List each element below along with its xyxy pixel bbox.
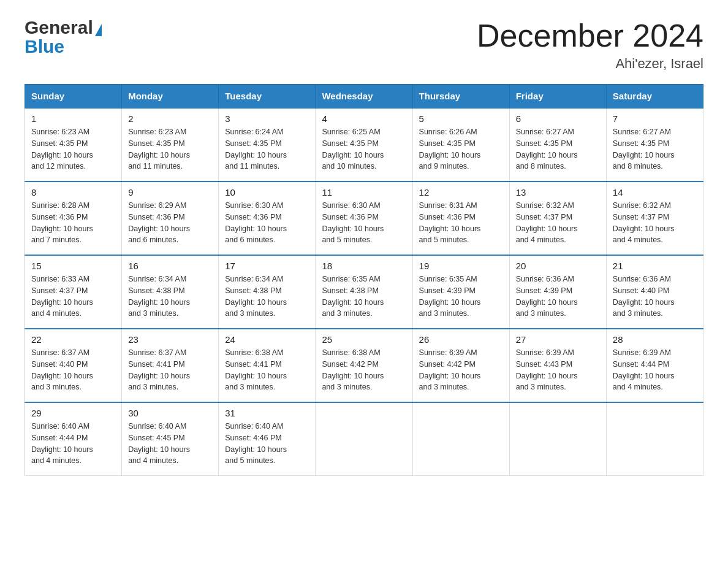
day-number: 20 <box>516 261 600 271</box>
day-number: 1 <box>31 113 115 124</box>
day-cell: 19Sunrise: 6:35 AMSunset: 4:39 PMDayligh… <box>412 255 509 329</box>
day-cell: 3Sunrise: 6:24 AMSunset: 4:35 PMDaylight… <box>219 108 316 182</box>
day-info: Sunrise: 6:32 AMSunset: 4:37 PMDaylight:… <box>516 200 600 246</box>
day-number: 10 <box>225 187 309 197</box>
day-number: 22 <box>31 334 115 345</box>
day-number: 25 <box>322 334 406 345</box>
day-info: Sunrise: 6:30 AMSunset: 4:36 PMDaylight:… <box>322 200 406 246</box>
day-cell: 21Sunrise: 6:36 AMSunset: 4:40 PMDayligh… <box>606 255 703 329</box>
weekday-header-row: SundayMondayTuesdayWednesdayThursdayFrid… <box>25 85 703 109</box>
day-info: Sunrise: 6:35 AMSunset: 4:38 PMDaylight:… <box>322 274 406 320</box>
day-cell: 10Sunrise: 6:30 AMSunset: 4:36 PMDayligh… <box>219 182 316 255</box>
day-number: 7 <box>613 113 697 124</box>
day-number: 5 <box>419 113 503 124</box>
day-info: Sunrise: 6:35 AMSunset: 4:39 PMDaylight:… <box>419 274 503 320</box>
day-cell <box>412 402 509 476</box>
day-number: 28 <box>613 334 697 345</box>
day-cell: 5Sunrise: 6:26 AMSunset: 4:35 PMDaylight… <box>412 108 509 182</box>
logo: General Blue <box>25 18 102 56</box>
day-cell: 1Sunrise: 6:23 AMSunset: 4:35 PMDaylight… <box>25 108 122 182</box>
day-cell: 27Sunrise: 6:39 AMSunset: 4:43 PMDayligh… <box>509 329 606 402</box>
day-cell: 22Sunrise: 6:37 AMSunset: 4:40 PMDayligh… <box>25 329 122 402</box>
day-number: 15 <box>31 261 115 271</box>
day-info: Sunrise: 6:39 AMSunset: 4:44 PMDaylight:… <box>613 347 697 393</box>
day-info: Sunrise: 6:24 AMSunset: 4:35 PMDaylight:… <box>225 126 309 172</box>
day-number: 31 <box>225 408 309 418</box>
day-cell: 9Sunrise: 6:29 AMSunset: 4:36 PMDaylight… <box>122 182 219 255</box>
day-info: Sunrise: 6:25 AMSunset: 4:35 PMDaylight:… <box>322 126 406 172</box>
day-info: Sunrise: 6:31 AMSunset: 4:36 PMDaylight:… <box>419 200 503 246</box>
day-cell: 4Sunrise: 6:25 AMSunset: 4:35 PMDaylight… <box>316 108 412 182</box>
weekday-header-friday: Friday <box>509 85 606 109</box>
day-cell: 25Sunrise: 6:38 AMSunset: 4:42 PMDayligh… <box>316 329 412 402</box>
day-cell: 18Sunrise: 6:35 AMSunset: 4:38 PMDayligh… <box>316 255 412 329</box>
day-number: 23 <box>128 334 212 345</box>
day-cell: 7Sunrise: 6:27 AMSunset: 4:35 PMDaylight… <box>606 108 703 182</box>
logo-triangle-icon <box>95 24 102 36</box>
day-number: 9 <box>128 187 212 197</box>
weekday-header-wednesday: Wednesday <box>316 85 412 109</box>
day-cell: 12Sunrise: 6:31 AMSunset: 4:36 PMDayligh… <box>412 182 509 255</box>
day-info: Sunrise: 6:34 AMSunset: 4:38 PMDaylight:… <box>225 274 309 320</box>
day-cell: 29Sunrise: 6:40 AMSunset: 4:44 PMDayligh… <box>25 402 122 476</box>
day-number: 19 <box>419 261 503 271</box>
day-number: 27 <box>516 334 600 345</box>
day-info: Sunrise: 6:26 AMSunset: 4:35 PMDaylight:… <box>419 126 503 172</box>
day-info: Sunrise: 6:37 AMSunset: 4:41 PMDaylight:… <box>128 347 212 393</box>
day-info: Sunrise: 6:30 AMSunset: 4:36 PMDaylight:… <box>225 200 309 246</box>
logo-blue-text: Blue <box>25 36 64 56</box>
week-row-4: 22Sunrise: 6:37 AMSunset: 4:40 PMDayligh… <box>25 329 703 402</box>
day-info: Sunrise: 6:40 AMSunset: 4:46 PMDaylight:… <box>225 421 309 467</box>
day-number: 24 <box>225 334 309 345</box>
day-cell: 8Sunrise: 6:28 AMSunset: 4:36 PMDaylight… <box>25 182 122 255</box>
day-cell: 23Sunrise: 6:37 AMSunset: 4:41 PMDayligh… <box>122 329 219 402</box>
weekday-header-tuesday: Tuesday <box>219 85 316 109</box>
day-cell: 16Sunrise: 6:34 AMSunset: 4:38 PMDayligh… <box>122 255 219 329</box>
day-number: 12 <box>419 187 503 197</box>
day-cell <box>316 402 412 476</box>
weekday-header-monday: Monday <box>122 85 219 109</box>
day-cell: 17Sunrise: 6:34 AMSunset: 4:38 PMDayligh… <box>219 255 316 329</box>
day-number: 14 <box>613 187 697 197</box>
day-number: 16 <box>128 261 212 271</box>
day-cell: 26Sunrise: 6:39 AMSunset: 4:42 PMDayligh… <box>412 329 509 402</box>
day-cell: 20Sunrise: 6:36 AMSunset: 4:39 PMDayligh… <box>509 255 606 329</box>
day-cell: 24Sunrise: 6:38 AMSunset: 4:41 PMDayligh… <box>219 329 316 402</box>
day-cell <box>606 402 703 476</box>
calendar-table: SundayMondayTuesdayWednesdayThursdayFrid… <box>25 84 703 476</box>
day-info: Sunrise: 6:36 AMSunset: 4:40 PMDaylight:… <box>613 274 697 320</box>
day-number: 4 <box>322 113 406 124</box>
day-cell: 28Sunrise: 6:39 AMSunset: 4:44 PMDayligh… <box>606 329 703 402</box>
week-row-3: 15Sunrise: 6:33 AMSunset: 4:37 PMDayligh… <box>25 255 703 329</box>
day-info: Sunrise: 6:27 AMSunset: 4:35 PMDaylight:… <box>613 126 697 172</box>
logo-general-text: General <box>25 17 93 37</box>
day-info: Sunrise: 6:39 AMSunset: 4:43 PMDaylight:… <box>516 347 600 393</box>
page-header: General Blue December 2024 Ahi'ezer, Isr… <box>25 18 703 72</box>
title-area: December 2024 Ahi'ezer, Israel <box>477 18 703 72</box>
day-cell: 11Sunrise: 6:30 AMSunset: 4:36 PMDayligh… <box>316 182 412 255</box>
day-info: Sunrise: 6:38 AMSunset: 4:42 PMDaylight:… <box>322 347 406 393</box>
day-info: Sunrise: 6:40 AMSunset: 4:45 PMDaylight:… <box>128 421 212 467</box>
day-cell <box>509 402 606 476</box>
day-info: Sunrise: 6:34 AMSunset: 4:38 PMDaylight:… <box>128 274 212 320</box>
day-info: Sunrise: 6:36 AMSunset: 4:39 PMDaylight:… <box>516 274 600 320</box>
day-number: 29 <box>31 408 115 418</box>
weekday-header-thursday: Thursday <box>412 85 509 109</box>
day-number: 21 <box>613 261 697 271</box>
day-number: 6 <box>516 113 600 124</box>
weekday-header-saturday: Saturday <box>606 85 703 109</box>
day-info: Sunrise: 6:27 AMSunset: 4:35 PMDaylight:… <box>516 126 600 172</box>
day-number: 18 <box>322 261 406 271</box>
day-info: Sunrise: 6:38 AMSunset: 4:41 PMDaylight:… <box>225 347 309 393</box>
day-number: 13 <box>516 187 600 197</box>
week-row-1: 1Sunrise: 6:23 AMSunset: 4:35 PMDaylight… <box>25 108 703 182</box>
day-cell: 14Sunrise: 6:32 AMSunset: 4:37 PMDayligh… <box>606 182 703 255</box>
location: Ahi'ezer, Israel <box>477 56 703 72</box>
day-number: 26 <box>419 334 503 345</box>
day-info: Sunrise: 6:39 AMSunset: 4:42 PMDaylight:… <box>419 347 503 393</box>
month-title: December 2024 <box>477 18 703 53</box>
day-number: 2 <box>128 113 212 124</box>
day-info: Sunrise: 6:40 AMSunset: 4:44 PMDaylight:… <box>31 421 115 467</box>
day-info: Sunrise: 6:33 AMSunset: 4:37 PMDaylight:… <box>31 274 115 320</box>
day-info: Sunrise: 6:28 AMSunset: 4:36 PMDaylight:… <box>31 200 115 246</box>
